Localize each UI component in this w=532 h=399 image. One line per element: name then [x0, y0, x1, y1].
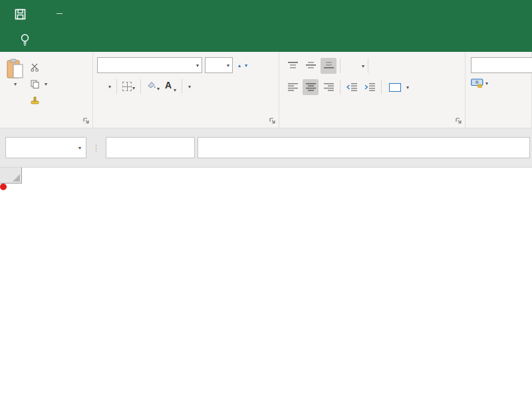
quick-access-toolbar: [15, 9, 63, 20]
align-left-button[interactable]: [285, 79, 301, 95]
lightbulb-icon: [20, 33, 30, 47]
merge-center-icon: [389, 83, 401, 92]
customize-qat-icon: [57, 13, 63, 14]
clipboard-dialog-launcher[interactable]: [83, 118, 90, 124]
underline-button[interactable]: ▾: [108, 84, 111, 90]
formula-bar-row: ▾ ⋮: [0, 128, 532, 168]
orientation-dropdown-icon[interactable]: ▾: [362, 63, 364, 69]
select-all-icon: [13, 174, 20, 182]
copy-icon: [31, 80, 39, 88]
currency-icon: [471, 78, 484, 88]
format-painter-button[interactable]: [31, 93, 47, 108]
spreadsheet-grid: [0, 168, 532, 399]
format-painter-icon: [31, 96, 39, 105]
increase-indent-button[interactable]: [362, 79, 378, 95]
font-dialog-launcher[interactable]: [269, 118, 276, 124]
align-bottom-icon: [324, 62, 334, 70]
accounting-dropdown-icon[interactable]: ▾: [485, 80, 488, 86]
align-top-button[interactable]: [285, 58, 301, 74]
alignment-group: ▾: [279, 52, 466, 128]
fill-color-dropdown-icon[interactable]: ▾: [157, 86, 160, 92]
divider: [381, 80, 382, 94]
decrease-indent-icon: [346, 83, 357, 91]
align-right-icon: [324, 83, 334, 91]
formula-input[interactable]: [198, 137, 530, 158]
borders-dropdown-icon[interactable]: ▾: [132, 85, 135, 91]
excel-window: ▾ ▾: [0, 0, 532, 399]
align-middle-icon: [306, 62, 316, 70]
column-headers: [0, 168, 532, 184]
number-group: ▾ ▾: [466, 52, 532, 128]
align-center-button[interactable]: [303, 79, 319, 95]
cut-button[interactable]: [31, 60, 47, 74]
align-center-icon: [306, 83, 316, 91]
align-right-button[interactable]: [321, 79, 336, 95]
paste-button[interactable]: ▾: [0, 56, 31, 128]
formula-buttons: [106, 137, 195, 158]
align-top-icon: [288, 62, 298, 70]
ribbon: ▾ ▾: [0, 52, 532, 128]
name-box-dropdown-icon[interactable]: ▾: [78, 145, 81, 151]
divider: [340, 80, 340, 94]
font-group: ▾ ▾ ▴ ▾ ▾ ▾: [93, 52, 279, 128]
alignment-dialog-launcher[interactable]: [456, 118, 462, 124]
font-color-button[interactable]: A ▾: [164, 80, 176, 93]
fill-color-icon: [146, 81, 156, 92]
decrease-indent-button[interactable]: [344, 79, 360, 95]
borders-icon: [122, 82, 132, 91]
sheet-rows: [0, 184, 532, 399]
divider: [182, 79, 182, 94]
clipboard-group: ▾ ▾: [0, 52, 93, 128]
annotation-red-oval: [0, 184, 7, 190]
phonetic-dropdown-icon[interactable]: ▾: [188, 84, 191, 90]
name-box[interactable]: ▾: [5, 137, 86, 158]
fill-color-button[interactable]: ▾: [146, 81, 160, 92]
font-name-combo[interactable]: ▾: [97, 57, 202, 73]
copy-dropdown-icon[interactable]: ▾: [45, 81, 47, 87]
select-all-corner[interactable]: [0, 168, 22, 184]
divider: [140, 79, 141, 94]
increase-indent-icon: [364, 83, 375, 91]
customize-qat-button[interactable]: [57, 13, 63, 15]
accounting-format-button[interactable]: ▾: [471, 78, 488, 88]
font-size-dropdown-icon[interactable]: ▾: [227, 63, 229, 68]
underline-dropdown-icon[interactable]: ▾: [108, 84, 111, 90]
orientation-button[interactable]: [344, 58, 360, 74]
paste-dropdown-icon[interactable]: ▾: [14, 81, 17, 87]
merge-center-button[interactable]: ▾: [389, 83, 409, 92]
align-bottom-button[interactable]: [321, 58, 336, 74]
divider: [340, 59, 340, 73]
ribbon-tab-bar: [0, 28, 532, 52]
phonetic-button[interactable]: ▾: [188, 84, 191, 90]
divider: [368, 59, 368, 73]
title-bar: [0, 0, 532, 28]
align-left-icon: [288, 83, 298, 91]
font-color-dropdown-icon[interactable]: ▾: [174, 87, 176, 93]
font-name-dropdown-icon[interactable]: ▾: [196, 63, 199, 68]
save-icon[interactable]: [15, 9, 26, 20]
copy-button[interactable]: ▾: [31, 76, 47, 91]
font-size-combo[interactable]: ▾: [205, 57, 233, 73]
number-format-combo[interactable]: ▾: [471, 57, 532, 73]
tell-me-box[interactable]: [9, 28, 35, 52]
divider: [116, 79, 117, 94]
merge-center-dropdown-icon[interactable]: ▾: [406, 84, 409, 90]
formula-bar-separator: ⋮: [86, 143, 106, 153]
align-middle-button[interactable]: [303, 58, 319, 74]
cut-scissors-icon: [31, 63, 39, 72]
paste-clipboard-icon: [5, 59, 25, 80]
borders-button[interactable]: ▾: [122, 82, 135, 91]
font-color-icon: A: [164, 80, 173, 93]
